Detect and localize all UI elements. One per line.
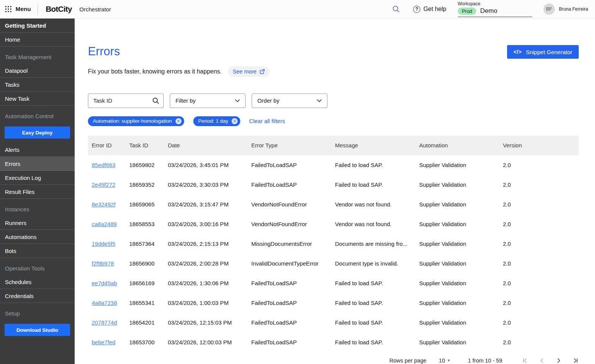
sidebar-nav: Getting StartedHomeTask ManagementDatapo… [0,19,75,364]
botcity-logo[interactable]: BotCity [45,5,72,14]
sidebar-item-datapool[interactable]: Datapool [0,64,75,78]
filter-chip-label: Automation: supplier-homologation [93,118,172,124]
table-header: Error IDTask IDDateError TypeMessageAuto… [88,136,579,155]
next-page-icon[interactable] [555,357,562,364]
table-cell: 2.0 [499,162,579,168]
error-id-link[interactable]: bebe7fed [88,339,116,345]
table-row: f2f9b9781865690003/24/2026, 2:00:28 PMIn… [88,254,579,273]
table-cell: 2.0 [499,319,579,326]
filter-chip-automation[interactable]: Automation: supplier-homologation✕ [88,116,184,126]
error-id-link[interactable]: ee7d45ab [88,280,117,286]
table-body: 85edf6631865980203/24/2026, 3:45:01 PMFa… [88,155,579,352]
sidebar-item-getting-started[interactable]: Getting Started [0,19,75,33]
table-cell: 03/24/2026, 2:00:28 PM [164,260,247,267]
first-page-icon[interactable] [522,357,529,364]
column-header-task-id: Task ID [125,142,164,148]
column-header-error-type: Error Type [247,142,331,148]
sidebar-section-setup: Setup [0,303,75,320]
table-cell: 18656900 [125,260,164,267]
menu-button[interactable]: Menu [16,6,31,12]
table-cell: Supplier Validation [415,339,499,345]
error-id-link[interactable]: ca8a2489 [88,221,117,227]
table-cell: 2.0 [499,181,579,188]
filter-chip-period[interactable]: Period: 1 day✕ [193,116,241,126]
table-cell: 18657364 [125,241,164,247]
caret-down-icon: ▾ [448,358,450,363]
sidebar-item-execution-log[interactable]: Execution Log [0,171,75,185]
sidebar-item-runners[interactable]: Runners [0,216,75,230]
sidebar-section-task-management: Task Management [0,47,75,64]
see-more-link[interactable]: See more [228,66,270,77]
table-cell: 18659352 [125,181,164,188]
table-cell: FailedToLoadSAP [247,280,331,286]
table-cell: Supplier Validation [415,162,499,168]
table-cell: FailedToLoadSAP [247,339,331,345]
sidebar-button-easy-deploy[interactable]: Easy Deploy [5,127,70,139]
filter-chips: Automation: supplier-homologation✕Period… [88,116,240,126]
sidebar-button-download-studio[interactable]: Download Studio [5,324,70,336]
apps-grid-icon[interactable] [5,6,12,12]
previous-page-icon[interactable] [539,357,545,364]
order-by-select[interactable]: Order by [252,94,327,108]
chip-remove-icon[interactable]: ✕ [232,118,238,124]
table-row: 19dde5f51865736403/24/2026, 2:15:13 PMMi… [88,234,579,254]
page-subtitle: Fix your bots faster, knowing errors as … [88,68,222,75]
clear-all-filters-link[interactable]: Clear all filters [249,118,285,124]
sidebar-item-result-files[interactable]: Result Files [0,185,75,199]
search-field-icon[interactable] [152,97,160,106]
chip-remove-icon[interactable]: ✕ [175,118,182,124]
topbar: Menu BotCity Orchestrator ? Get help Wor… [0,0,595,19]
column-header-version: Version [499,142,579,148]
topbar-right: ? Get help Workspace Prod Demo BF Bruna … [390,1,595,17]
sidebar-item-automations[interactable]: Automations [0,230,75,244]
error-id-link[interactable]: 85edf663 [88,162,116,168]
table-cell: 03/24/2026, 3:30:03 PM [164,181,247,188]
table-cell: 2.0 [499,260,579,267]
table-cell: 18653700 [125,339,164,345]
column-header-message: Message [331,142,415,148]
last-page-icon[interactable] [572,357,579,364]
table-cell: 18654201 [125,319,164,326]
workspace-label: Workspace [458,1,532,6]
sidebar-item-alerts[interactable]: Alerts [0,143,75,157]
table-cell: Vendor was not found. [331,201,415,208]
error-id-link[interactable]: 8e32492f [88,201,116,208]
error-id-link[interactable]: 2e45f272 [88,181,116,188]
sidebar-item-new-task[interactable]: New Task [0,92,75,106]
rows-per-page-select[interactable]: 10 ▾ [437,357,452,364]
sidebar-item-schedules[interactable]: Schedules [0,275,75,289]
error-id-link[interactable]: 2078774d [88,319,117,326]
filter-by-select[interactable]: Filter by [170,94,246,108]
error-id-link[interactable]: 4a8a7238 [88,300,117,306]
sidebar-item-tasks[interactable]: Tasks [0,78,75,92]
table-cell: Document type is invalid. [331,260,415,267]
user-name: Bruna Ferreira [559,6,588,12]
get-help-button[interactable]: ? Get help [413,6,446,13]
search-icon[interactable] [390,3,402,15]
table-cell: 03/24/2026, 1:00:03 PM [164,300,247,306]
sidebar-section-operation-tools: Operation Tools [0,258,75,275]
table-cell: 03/24/2026, 3:15:47 PM [164,201,247,208]
errors-table: Error IDTask IDDateError TypeMessageAuto… [88,136,579,352]
error-id-link[interactable]: 19dde5f5 [88,241,116,247]
table-row: 2078774d1865420103/24/2026, 12:15:03 PMF… [88,313,579,333]
sidebar-item-errors[interactable]: Errors [0,157,75,171]
table-cell: 2.0 [499,280,579,286]
pagination-range: 1 from 10 - 59 [468,358,502,364]
topbar-divider [38,3,38,15]
avatar[interactable]: BF [543,3,555,15]
chevron-down-icon [317,99,322,102]
table-row: ee7d45ab1865616903/24/2026, 1:30:06 PMFa… [88,273,579,293]
error-id-link[interactable]: f2f9b978 [88,260,114,267]
table-cell: Documents are missing fro... [331,241,415,247]
product-name: Orchestrator [80,6,111,12]
sidebar-item-home[interactable]: Home [0,33,75,47]
workspace-selector[interactable]: Workspace Prod Demo [458,1,532,17]
task-id-search [88,94,164,108]
sidebar-item-credentials[interactable]: Credentials [0,289,75,303]
sidebar-item-bots[interactable]: Bots [0,244,75,258]
table-row: 2e45f2721865935203/24/2026, 3:30:03 PMFa… [88,175,579,195]
table-cell: VendorNotFoundError [247,201,331,208]
snippet-generator-button[interactable]: </> Snippet Generator [507,45,579,59]
env-badge: Prod [458,8,476,15]
